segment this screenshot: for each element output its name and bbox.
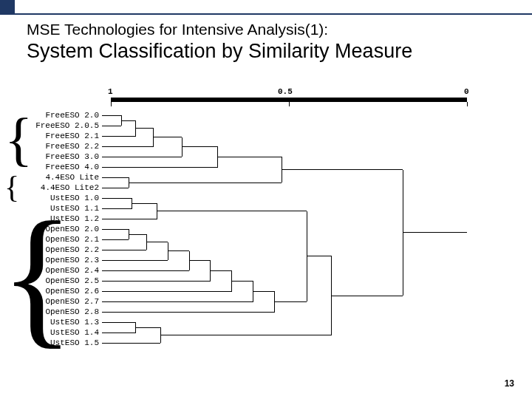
- slide-title: System Classification by Similarity Meas…: [27, 40, 505, 63]
- accent-line: [15, 13, 532, 15]
- dendrogram-figure: 1 0.5 0 FreeESO 2.0FreeESO 2.0.5FreeESO …: [12, 87, 485, 361]
- axis-label-1: 1: [108, 87, 113, 96]
- title-area: MSE Technologies for Intensive Analysis(…: [27, 21, 505, 63]
- slide-subtitle: MSE Technologies for Intensive Analysis(…: [27, 21, 505, 38]
- dendrogram-tree: [12, 103, 485, 369]
- axis-label-0: 0: [464, 87, 469, 96]
- page-number: 13: [505, 378, 514, 389]
- axis-label-05: 0.5: [278, 87, 293, 96]
- accent-block: [0, 0, 15, 15]
